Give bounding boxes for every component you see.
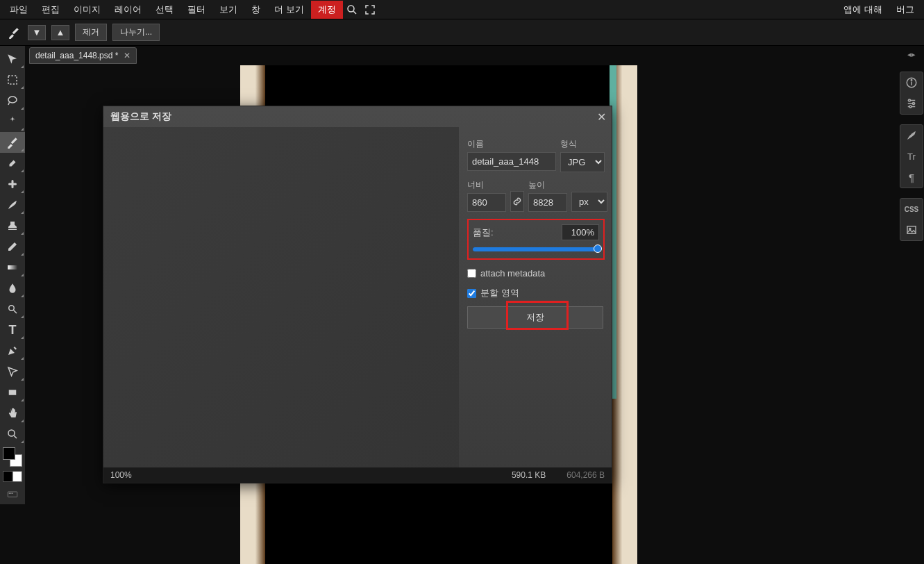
menu-window[interactable]: 창 (244, 1, 267, 19)
metadata-checkbox[interactable] (467, 269, 476, 278)
quality-highlight-box: 품질: (467, 219, 605, 260)
quality-slider[interactable] (473, 247, 599, 251)
type-tool[interactable]: T (0, 320, 25, 340)
brush-tool[interactable] (0, 194, 25, 215)
color-swatches[interactable] (3, 447, 22, 467)
filename-input[interactable] (467, 152, 556, 171)
svg-rect-25 (907, 226, 916, 234)
slices-label: 분할 영역 (480, 287, 519, 299)
blur-tool[interactable] (0, 278, 25, 299)
quality-input[interactable] (562, 224, 599, 240)
svg-point-0 (348, 6, 354, 12)
eraser-tool[interactable] (0, 236, 25, 257)
arrow-down-button[interactable]: ▼ (28, 25, 46, 40)
slider-thumb[interactable] (594, 244, 602, 253)
svg-point-22 (909, 99, 911, 101)
heal-tool[interactable] (0, 174, 25, 194)
close-tab-icon[interactable]: ✕ (124, 51, 131, 60)
remove-button[interactable]: 제거 (75, 24, 107, 41)
lasso-tool[interactable] (0, 90, 25, 111)
svg-point-24 (909, 106, 912, 108)
wand-tool[interactable] (0, 111, 25, 132)
menu-edit[interactable]: 편집 (35, 1, 67, 19)
slider-fill (473, 247, 599, 251)
menu-select[interactable]: 선택 (149, 1, 180, 19)
arrow-up-button[interactable]: ▲ (51, 25, 69, 40)
hand-tool[interactable] (0, 403, 25, 424)
path-select-tool[interactable] (0, 361, 25, 382)
slices-checkbox[interactable] (467, 289, 476, 298)
metadata-label: attach metadata (480, 268, 545, 279)
eyedropper-tool[interactable] (0, 153, 25, 174)
type-panel-icon[interactable]: Tr (900, 146, 923, 167)
label-width: 너비 (467, 179, 506, 191)
menu-image[interactable]: 이미지 (67, 1, 108, 19)
menu-bug[interactable]: 버그 (889, 1, 921, 19)
svg-rect-15 (12, 493, 13, 495)
width-input[interactable] (467, 193, 506, 212)
link-dimensions-icon[interactable] (510, 191, 524, 212)
menu-more[interactable]: 더 보기 (267, 1, 311, 19)
unit-select[interactable]: px (571, 192, 607, 212)
adjust-panel-icon[interactable] (900, 93, 923, 114)
tools-panel: T (0, 46, 25, 504)
options-bar: ▼ ▲ 제거 나누기... (0, 19, 924, 46)
status-filesize: 590.1 KB (512, 470, 546, 480)
slices-checkbox-row[interactable]: 분할 영역 (467, 287, 605, 299)
status-bytes: 604,266 B (566, 470, 605, 480)
menu-file[interactable]: 파일 (3, 1, 35, 19)
svg-line-8 (14, 310, 17, 314)
slice-tool-icon (6, 24, 22, 41)
dialog-status-bar: 100% 590.1 KB 604,266 B (103, 467, 612, 483)
right-panels: ◂▸ Tr ¶ CSS (899, 46, 924, 241)
menu-filter[interactable]: 필터 (180, 1, 212, 19)
crop-tool[interactable] (0, 132, 25, 153)
height-input[interactable] (528, 193, 567, 212)
format-select[interactable]: JPG (560, 152, 605, 172)
info-panel-icon[interactable] (900, 72, 923, 93)
svg-rect-2 (8, 76, 17, 84)
label-quality: 품질: (473, 226, 494, 239)
svg-point-10 (8, 430, 15, 436)
shape-tool[interactable] (0, 382, 25, 403)
settings-pane: 이름 형식 JPG 너비 높이 (460, 127, 612, 467)
brush-panel-icon[interactable] (900, 125, 923, 146)
paragraph-panel-icon[interactable]: ¶ (900, 167, 923, 188)
move-tool[interactable] (0, 49, 25, 69)
image-panel-icon[interactable] (900, 219, 923, 240)
menu-layer[interactable]: 레이어 (108, 1, 149, 19)
svg-line-1 (353, 11, 356, 14)
stamp-tool[interactable] (0, 215, 25, 236)
menu-view[interactable]: 보기 (212, 1, 244, 19)
label-height: 높이 (528, 179, 567, 191)
zoom-tool[interactable] (0, 424, 25, 445)
svg-point-3 (8, 97, 17, 103)
svg-point-7 (9, 306, 15, 311)
pen-tool[interactable] (0, 340, 25, 361)
split-button[interactable]: 나누기... (112, 24, 160, 41)
document-tabs: detail_aaa_1448.psd * ✕ (29, 47, 137, 64)
dialog-close-icon[interactable]: ✕ (597, 110, 606, 124)
mask-mode-toggle[interactable] (3, 471, 22, 482)
metadata-checkbox-row[interactable]: attach metadata (467, 268, 605, 279)
marquee-tool[interactable] (0, 69, 25, 90)
search-icon[interactable] (344, 2, 360, 17)
menu-about[interactable]: 앱에 대해 (837, 1, 889, 19)
gradient-tool[interactable] (0, 257, 25, 278)
label-name: 이름 (467, 138, 556, 150)
preview-pane[interactable] (103, 127, 459, 483)
foreground-color-swatch[interactable] (3, 447, 15, 460)
fullscreen-icon[interactable] (362, 2, 378, 17)
keyboard-icon[interactable] (0, 483, 25, 504)
dialog-title: 웹용으로 저장 (103, 106, 612, 127)
status-zoom: 100% (110, 470, 132, 480)
dodge-tool[interactable] (0, 299, 25, 320)
menu-account[interactable]: 계정 (311, 1, 343, 19)
save-for-web-dialog: 웹용으로 저장 ✕ 100% 590.1 KB 604,266 B 이름 형식 … (103, 106, 612, 483)
document-tab[interactable]: detail_aaa_1448.psd * ✕ (29, 47, 137, 64)
svg-rect-14 (10, 493, 12, 495)
save-button[interactable]: 저장 (467, 306, 603, 329)
expand-panels-icon[interactable]: ◂▸ (907, 50, 916, 59)
css-panel-icon[interactable]: CSS (900, 199, 923, 219)
svg-point-18 (911, 80, 912, 81)
